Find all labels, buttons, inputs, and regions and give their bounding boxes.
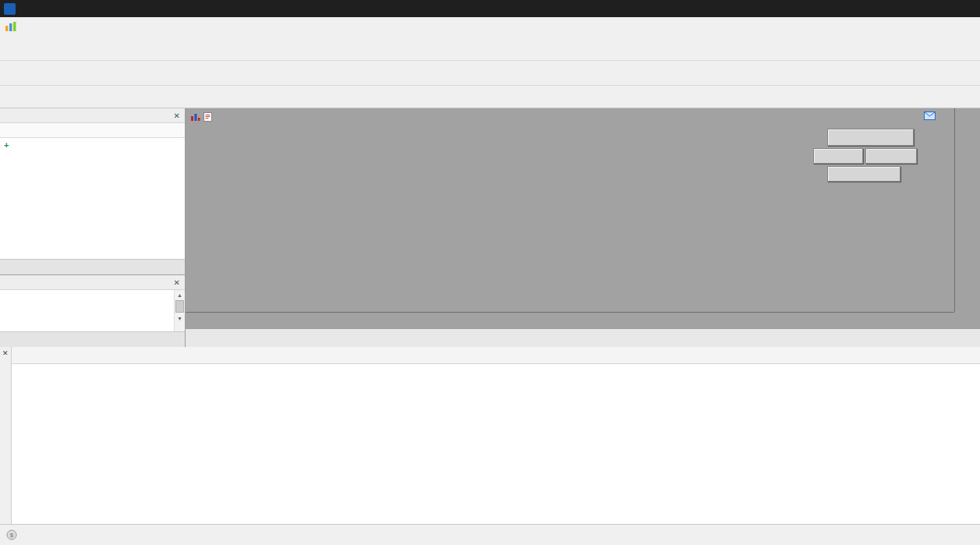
restore-button[interactable] <box>921 0 950 17</box>
account-coin-icon: $ <box>6 529 17 540</box>
market-watch-close-icon[interactable]: ✕ <box>172 111 182 120</box>
drawing-toolbar <box>0 62 980 86</box>
navigator-panel: ✕ ▲ ▼ <box>0 275 185 347</box>
scroll-thumb[interactable] <box>175 300 184 313</box>
chart-title-bar <box>190 112 215 122</box>
envelope-icon <box>924 111 936 120</box>
expert-icon <box>203 112 212 122</box>
title-bar <box>0 0 980 17</box>
enable-trading-button[interactable] <box>827 129 914 146</box>
svg-text:$: $ <box>10 532 14 539</box>
market-watch-panel: ✕ + <box>0 108 185 275</box>
history-table <box>12 347 980 524</box>
navigator-tree: ▲ ▼ <box>0 290 185 331</box>
scroll-up-icon[interactable]: ▲ <box>177 290 182 299</box>
enable-buy-button[interactable] <box>813 148 863 164</box>
minimize-button[interactable] <box>891 0 921 17</box>
plus-icon: + <box>4 140 9 150</box>
add-symbol-row[interactable]: + <box>0 138 185 152</box>
market-watch-tabs <box>0 259 185 274</box>
enable-sell-button[interactable] <box>865 148 917 164</box>
chart-window <box>186 108 980 328</box>
menu-bar <box>0 17 980 36</box>
window-controls <box>891 0 980 17</box>
left-panels: ✕ + ✕ ▲ ▼ <box>0 108 186 347</box>
price-scale[interactable] <box>954 108 980 312</box>
market-watch-empty <box>0 152 185 259</box>
market-watch-header: ✕ <box>0 108 185 123</box>
app-logo-icon <box>4 3 16 15</box>
status-bar: $ <box>0 524 980 545</box>
toolbox-side-strip: ✕ <box>0 347 12 524</box>
scroll-down-icon[interactable]: ▼ <box>177 313 182 323</box>
mt5-window: ✕ + ✕ ▲ ▼ <box>0 0 980 545</box>
time-axis[interactable] <box>186 312 954 328</box>
ea-label <box>921 111 936 120</box>
main-toolbar <box>0 35 980 61</box>
toolbox-panel: ✕ <box>0 347 980 524</box>
close-button[interactable] <box>950 0 980 17</box>
enable-555-button[interactable] <box>827 166 900 182</box>
market-watch-columns <box>0 123 185 138</box>
navigator-tabs <box>0 331 185 347</box>
indicator-icon <box>190 112 200 122</box>
chart-tab-bar <box>186 328 980 347</box>
navigator-header: ✕ <box>0 275 185 290</box>
history-header-row <box>12 347 980 364</box>
mt5-logo-icon <box>5 21 17 32</box>
timeframe-toolbar <box>0 86 980 108</box>
navigator-close-icon[interactable]: ✕ <box>172 278 182 287</box>
navigator-scrollbar[interactable]: ▲ ▼ <box>174 290 185 331</box>
toolbox-close-icon[interactable]: ✕ <box>2 349 9 357</box>
